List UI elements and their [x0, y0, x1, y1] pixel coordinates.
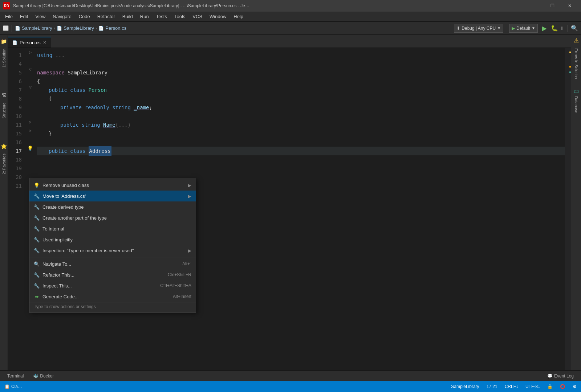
solution-tab[interactable]: 1: Solution: [1, 46, 7, 70]
status-bar: 📋 Cla… SampleLibrary 17:21 CRLF↕ UTF-8↕ …: [0, 381, 581, 392]
ctx-separator-1: [29, 257, 196, 257]
code-line-1: using ...: [37, 51, 565, 60]
status-settings[interactable]: ⚙: [571, 384, 578, 389]
tab-close-button[interactable]: ✕: [43, 40, 46, 45]
ctx-wrench-icon-6: 🔧: [34, 248, 40, 253]
ctx-wrench-icon-2: 🔧: [34, 204, 40, 210]
code-line-18: [37, 155, 565, 164]
close-button[interactable]: ✕: [561, 0, 578, 12]
status-lock-icon[interactable]: 🔒: [546, 384, 554, 389]
structure-panel-icon[interactable]: 🏗: [1, 92, 7, 98]
menu-run[interactable]: Run: [137, 12, 153, 21]
fold-icon-5[interactable]: ▽: [27, 65, 33, 74]
bottom-tab-terminal[interactable]: Terminal: [3, 372, 28, 380]
code-line-15: }: [37, 129, 565, 138]
debug-icon[interactable]: 🐛: [551, 25, 558, 32]
menu-navigate[interactable]: Navigate: [49, 12, 75, 21]
menu-edit[interactable]: Edit: [16, 12, 32, 21]
app-logo: RD: [3, 2, 10, 9]
menu-vcs[interactable]: VCS: [189, 12, 206, 21]
line-numbers: 1 4 5 6 7 8 9 10 11 15 16 17 18 19 20 21: [8, 48, 26, 381]
line-num-9: 9: [8, 103, 26, 112]
status-position[interactable]: 17:21: [485, 384, 499, 389]
menu-help[interactable]: Help: [230, 12, 247, 21]
structure-tab[interactable]: Structure: [1, 99, 7, 122]
ctx-to-internal[interactable]: 🔧 To internal: [29, 223, 196, 234]
favorites-tab[interactable]: 2: Favorites: [1, 151, 7, 177]
tab-bar: 📄 Person.cs ✕: [8, 35, 571, 48]
fold-icon-7[interactable]: ▽: [27, 83, 33, 91]
fold-icon-15[interactable]: ▷: [27, 126, 33, 135]
favorites-panel-icon[interactable]: ⭐: [1, 143, 7, 149]
line-num-10: 10: [8, 112, 26, 121]
breadcrumb-project[interactable]: SampleLibrary: [22, 25, 52, 31]
line-num-18: 18: [8, 155, 26, 164]
menu-refactor[interactable]: Refactor: [94, 12, 119, 21]
ctx-remove-unused-class[interactable]: 💡 Remove unused class ▶: [29, 180, 196, 191]
ctx-move-to-file[interactable]: 🔧 Move to 'Address.cs' ▶: [29, 191, 196, 201]
line-num-8: 8: [8, 94, 26, 103]
line-num-4: 4: [8, 60, 26, 68]
breadcrumb-solution[interactable]: SampleLibrary: [64, 25, 94, 31]
ctx-generate-code[interactable]: ➡ Generate Code... Alt+Insert: [29, 291, 196, 302]
ctx-create-another-part[interactable]: 🔧 Create another part of the type: [29, 212, 196, 223]
power-icon: ⭕: [560, 384, 565, 389]
bottom-tab-event-log[interactable]: 💬 Event Log: [543, 372, 578, 380]
tab-person-cs[interactable]: 📄 Person.cs ✕: [8, 37, 51, 48]
lightbulb-icon-17[interactable]: 💡: [27, 144, 33, 152]
left-panel-tabs: 📁 1: Solution 🏗 Structure ⭐ 2: Favorites: [0, 35, 8, 381]
window-controls: — ❐ ✕: [527, 0, 578, 12]
breadcrumb: 📄 SampleLibrary › 📄 SampleLibrary › 📄 Pe…: [15, 25, 126, 31]
ctx-wrench-icon-5: 🔧: [34, 237, 40, 242]
ctx-arrow-1: ▶: [188, 183, 191, 188]
menu-tools[interactable]: Tools: [171, 12, 189, 21]
menu-file[interactable]: File: [1, 12, 16, 21]
menu-build[interactable]: Build: [119, 12, 137, 21]
database-tab[interactable]: Database: [573, 94, 580, 115]
ctx-bulb-icon-1: 💡: [34, 182, 40, 188]
gutter-icons: ▷ ▽ ▽: [27, 48, 33, 152]
event-log-icon: 💬: [547, 373, 553, 379]
tab-label: Person.cs: [20, 40, 41, 45]
code-line-5: namespace SampleLibrary: [37, 68, 565, 77]
ctx-create-derived[interactable]: 🔧 Create derived type: [29, 201, 196, 212]
line-num-17: 17: [8, 147, 26, 155]
ctx-inspect-this[interactable]: 🔧 Inspect This... Ctrl+Alt+Shift+A: [29, 280, 196, 291]
search-icon[interactable]: 🔍: [571, 25, 578, 32]
status-circle[interactable]: ⭕: [558, 384, 567, 389]
errors-solution-panel-icon[interactable]: ⚠: [574, 35, 579, 46]
line-num-21: 21: [8, 181, 26, 190]
menu-view[interactable]: View: [32, 12, 49, 21]
ctx-navigate-to[interactable]: 🔍 Navigate To... Alt+`: [29, 258, 196, 269]
menu-window[interactable]: Window: [206, 12, 230, 21]
pause-icon[interactable]: ⏸: [560, 25, 565, 31]
breadcrumb-file[interactable]: Person.cs: [105, 25, 126, 31]
bottom-tab-docker[interactable]: 🐳 Docker: [29, 372, 58, 380]
status-project[interactable]: SampleLibrary: [450, 384, 480, 389]
title-bar: RD SampleLibrary [C:\Users\maart\Desktop…: [0, 0, 581, 12]
ctx-refactor-this[interactable]: 🔧 Refactor This... Ctrl+Shift+R: [29, 269, 196, 280]
ctx-inspect-icon: 🔧: [34, 283, 40, 289]
status-line-ending[interactable]: CRLF↕: [503, 384, 520, 389]
debug-config-dropdown[interactable]: ⬇ Debug | Any CPU ▼: [454, 24, 503, 33]
line-num-11: 11: [8, 121, 26, 129]
minimize-button[interactable]: —: [527, 0, 543, 12]
run-button[interactable]: ▶: [539, 24, 549, 33]
code-line-16: [37, 138, 565, 147]
run-config-dropdown[interactable]: ▶ Default ▼: [509, 24, 538, 33]
fold-icon-11[interactable]: ▷: [27, 118, 33, 126]
database-panel-icon[interactable]: 🗃: [574, 88, 579, 94]
menu-tests[interactable]: Tests: [153, 12, 171, 21]
menu-code[interactable]: Code: [75, 12, 94, 21]
status-class-indicator[interactable]: 📋 Cla…: [3, 384, 24, 389]
solution-panel-icon[interactable]: 📁: [1, 38, 7, 44]
maximize-button[interactable]: ❐: [544, 0, 561, 12]
right-panel: ⚠ Errors in Solution 🗃 Database: [571, 35, 581, 381]
toolbar-icon-1[interactable]: ⬜: [3, 25, 9, 31]
ctx-used-implicitly[interactable]: 🔧 Used implicitly: [29, 234, 196, 245]
status-encoding[interactable]: UTF-8↕: [524, 384, 541, 389]
fold-icon-1[interactable]: ▷: [27, 48, 33, 57]
ctx-inspection[interactable]: 🔧 Inspection: "Type or member is never u…: [29, 245, 196, 256]
ctx-arrow-3: ▶: [188, 248, 191, 253]
errors-solution-tab[interactable]: Errors in Solution: [573, 46, 580, 81]
